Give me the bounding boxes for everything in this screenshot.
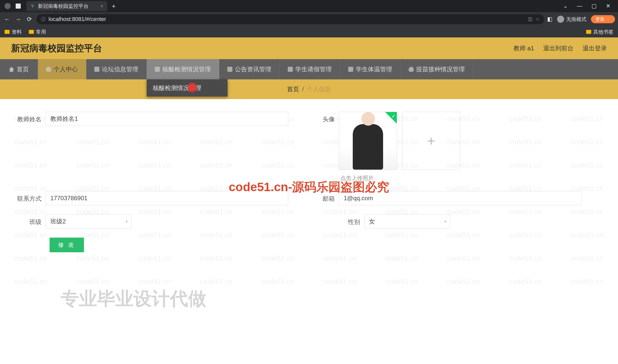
url-input[interactable]: ⓘ localhost:8081/#/center ⚿ ☆	[36, 14, 544, 24]
tab-title: 新冠病毒校园监控平台	[38, 3, 97, 10]
nav-vaccine[interactable]: 疫苗接种情况管理	[401, 59, 473, 79]
leave-icon	[288, 67, 293, 72]
chevron-down-icon[interactable]: ⌄	[563, 3, 568, 9]
main-nav: 首页 个人中心 论坛信息管理 核酸检测情况管理 核酸检测情况管理 公告资讯管理 …	[0, 59, 618, 79]
home-icon	[9, 67, 14, 72]
folder-icon	[29, 30, 34, 34]
site-title: 新冠病毒校园监控平台	[11, 42, 102, 55]
breadcrumb-current: 个人信息	[307, 85, 331, 93]
avatar-preview[interactable]	[339, 112, 397, 170]
star-icon[interactable]: ☆	[536, 16, 540, 22]
update-button[interactable]: 更新 ⋮	[591, 15, 615, 23]
teacher-name-label: 教师姓名	[10, 112, 46, 123]
email-input[interactable]: 1@qq.com	[339, 191, 582, 205]
list-icon	[94, 67, 99, 72]
email-label: 邮箱	[303, 191, 339, 203]
close-icon[interactable]: ×	[100, 4, 103, 9]
page-content: code51.cncode51.cncode51.cncode51.cncode…	[0, 37, 618, 364]
bookmarks-bar: 资料 常用 其他书签	[0, 26, 618, 37]
plus-icon: +	[427, 133, 435, 149]
submit-button[interactable]: 修 改	[50, 238, 84, 252]
close-window-button[interactable]: ✕	[606, 3, 610, 9]
address-bar: ← → ⟳ ⓘ localhost:8081/#/center ⚿ ☆ ◧ 无痕…	[0, 12, 618, 26]
avatar-upload-button[interactable]: +	[402, 112, 460, 170]
key-icon[interactable]: ⚿	[528, 17, 533, 22]
nav-notice[interactable]: 公告资讯管理	[219, 59, 280, 79]
gender-label: 性别	[329, 214, 364, 226]
breadcrumb: 首页 / 个人信息	[0, 79, 618, 99]
incognito-badge: 无痕模式	[557, 16, 586, 23]
test-icon	[155, 67, 160, 72]
person-icon	[46, 67, 51, 72]
folder-icon	[586, 30, 591, 34]
incognito-icon	[557, 16, 564, 23]
info-icon[interactable]: ⓘ	[41, 16, 46, 22]
phone-input[interactable]: 17703786901	[46, 191, 288, 205]
breadcrumb-home[interactable]: 首页	[287, 85, 299, 93]
vaccine-icon	[409, 67, 414, 72]
browser-tab[interactable]: V 新冠病毒校园监控平台 ×	[26, 1, 107, 11]
upload-hint: 点击上传照片	[340, 174, 460, 182]
extensions-icon[interactable]: ◧	[547, 16, 553, 22]
other-bookmarks[interactable]: 其他书签	[586, 29, 613, 35]
gender-select[interactable]: 女 ▾	[364, 214, 450, 229]
url-text: localhost:8081/#/center	[49, 16, 525, 22]
reload-button[interactable]: ⟳	[25, 16, 33, 23]
incognito-label: 无痕模式	[566, 16, 586, 23]
nav-temperature[interactable]: 学生体温管理	[340, 59, 401, 79]
notice-icon	[227, 67, 232, 72]
app-icon[interactable]	[16, 4, 21, 9]
chevron-down-icon: ▾	[126, 219, 128, 224]
back-button[interactable]: ←	[3, 16, 11, 23]
logout-front-link[interactable]: 退出到前台	[543, 44, 573, 52]
folder-icon	[5, 30, 10, 34]
minimize-button[interactable]: —	[577, 3, 582, 9]
bookmark-item[interactable]: 资料	[5, 29, 22, 35]
nav-forum[interactable]: 论坛信息管理	[86, 59, 147, 79]
new-tab-button[interactable]: +	[112, 2, 116, 10]
maximize-button[interactable]: ▢	[591, 3, 597, 9]
temp-icon	[348, 67, 353, 72]
breadcrumb-sep: /	[302, 86, 304, 93]
user-label[interactable]: 教师 a1	[514, 44, 534, 52]
check-icon	[385, 112, 397, 124]
nav-profile[interactable]: 个人中心	[38, 59, 86, 79]
nav-home[interactable]: 首页	[0, 59, 38, 79]
nav-leave[interactable]: 学生请假管理	[280, 59, 340, 79]
forward-button[interactable]: →	[14, 16, 22, 23]
avatar-label: 头像	[303, 112, 339, 123]
bookmark-item[interactable]: 常用	[29, 29, 46, 35]
profile-form: 教师姓名 教师姓名1 头像 +	[0, 99, 618, 265]
site-header: 新冠病毒校园监控平台 教师 a1 退出到前台 退出登录	[0, 37, 618, 59]
nav-nucleic-test[interactable]: 核酸检测情况管理 核酸检测情况管理	[147, 59, 219, 79]
watermark-corner: 专业毕业设计代做	[61, 287, 206, 311]
chevron-down-icon: ▾	[444, 219, 446, 224]
nav-dropdown: 核酸检测情况管理	[147, 79, 228, 97]
phone-label: 联系方式	[10, 191, 46, 203]
teacher-name-input[interactable]: 教师姓名1	[46, 112, 288, 126]
browser-tab-strip: V 新冠病毒校园监控平台 × + ⌄ — ▢ ✕	[0, 0, 618, 12]
vue-favicon-icon: V	[30, 4, 35, 8]
dropdown-item[interactable]: 核酸检测情况管理	[153, 84, 222, 92]
class-select[interactable]: 班级2 ▾	[46, 214, 131, 229]
class-label: 班级	[10, 214, 46, 226]
logout-link[interactable]: 退出登录	[583, 44, 607, 52]
profile-icon[interactable]	[5, 3, 11, 9]
